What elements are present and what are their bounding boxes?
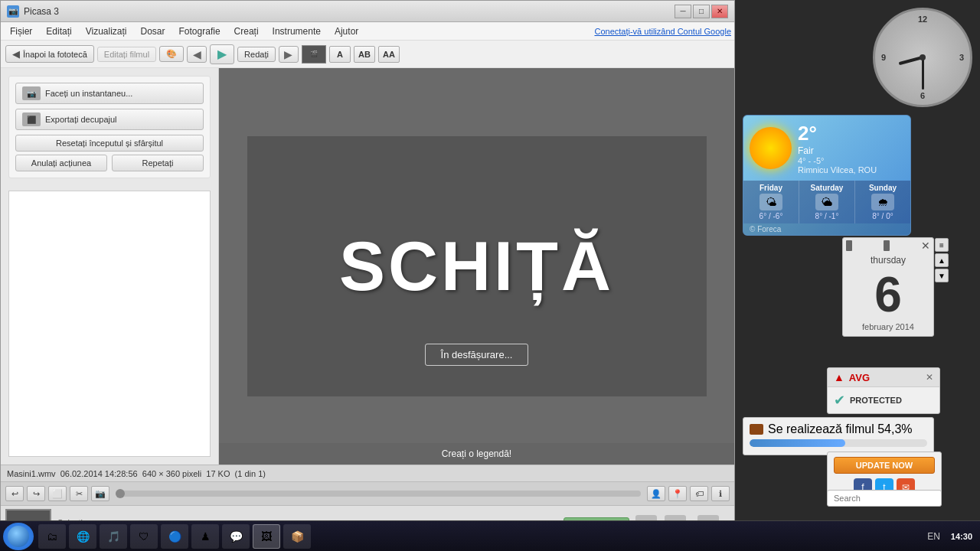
taskbar-games[interactable]: ♟ <box>191 524 219 549</box>
taskbar-media[interactable]: 🎵 <box>100 524 127 549</box>
weather-friday: Friday 🌤 6° / -6° <box>743 181 799 223</box>
progress-label: Se realizează filmul 54,3% <box>768 422 913 436</box>
tl-tag-icon[interactable]: 🏷 <box>690 486 708 501</box>
timeline-btn-1[interactable]: ↩ <box>5 486 24 501</box>
nav-prev-button[interactable]: ◀ <box>187 46 207 63</box>
maximize-button[interactable]: □ <box>693 5 710 18</box>
minute-hand <box>922 57 924 90</box>
timeline-btn-box[interactable]: ⬜ <box>48 486 67 501</box>
edit-film-button[interactable]: Editați filmul <box>97 47 156 62</box>
clock-face: 12 3 6 9 <box>873 8 972 107</box>
back-to-library-button[interactable]: ◀ Înapoi la fototecă <box>5 45 94 63</box>
avg-check-icon: ✔ <box>834 392 845 409</box>
calendar-date: 6 <box>843 267 933 322</box>
connect-google-link[interactable]: Conectați-vă utilizând Contul Google <box>594 27 731 36</box>
cal-btn-3[interactable]: ▼ <box>935 269 949 282</box>
menu-ajutor[interactable]: Ajutor <box>328 24 364 38</box>
menu-dosar[interactable]: Dosar <box>135 24 172 38</box>
menu-instrumente[interactable]: Instrumente <box>266 24 327 38</box>
taskbar-chrome[interactable]: 🔵 <box>161 524 188 549</box>
weather-temp: 2° <box>798 122 877 145</box>
text-btn-a[interactable]: A <box>329 46 351 63</box>
text-btn-aa[interactable]: AA <box>378 46 400 63</box>
taskbar-chat[interactable]: 💬 <box>222 524 250 549</box>
filter-icon: 🎨 <box>166 49 177 59</box>
weather-saturday: Saturday 🌥 8° / -1° <box>799 181 855 223</box>
weather-forecast: Friday 🌤 6° / -6° Saturday 🌥 8° / -1° Su… <box>743 181 910 223</box>
calendar-close-button[interactable]: ✕ <box>921 240 930 252</box>
weather-sunday: Sunday 🌧 8° / 0° <box>855 181 910 223</box>
cancel-button[interactable]: Anulați acțiunea <box>15 155 107 171</box>
snapshot-button[interactable]: 📷 Faceți un instantaneu... <box>15 83 204 104</box>
avg-search-box <box>827 490 942 507</box>
taskbar: 🗂 🌐 🎵 🛡 🔵 ♟ 💬 🖼 📦 EN 14:30 <box>0 520 980 551</box>
reset-button[interactable]: Resetați începutul și sfârșitul <box>15 135 204 152</box>
repeat-button[interactable]: Repetați <box>112 155 204 171</box>
play-label-btn[interactable]: Redați <box>237 47 276 62</box>
calendar-side-buttons: ≡ ▲ ▼ <box>935 238 949 282</box>
menu-creati[interactable]: Creați <box>228 24 265 38</box>
update-now-button[interactable]: UPDATE NOW <box>834 457 935 474</box>
progress-bar-fill <box>750 439 845 447</box>
minimize-button[interactable]: ─ <box>675 5 691 18</box>
video-title: SCHIȚĂ <box>339 232 614 301</box>
close-button[interactable]: ✕ <box>711 5 728 18</box>
menu-vizualizati[interactable]: Vizualizați <box>80 24 133 38</box>
status-date: 06.02.2014 14:28:56 <box>60 469 138 478</box>
main-content: 📷 Faceți un instantaneu... ⬛ Exportați d… <box>1 68 734 465</box>
taskbar-picasa[interactable]: 🖼 <box>253 524 280 549</box>
avg-logo-icon: ▲ <box>834 371 844 383</box>
taskbar-misc[interactable]: 📦 <box>283 524 311 549</box>
edit-film-label: Editați filmul <box>104 50 149 59</box>
legend-text: Creați o legendă! <box>442 448 511 459</box>
slider-handle <box>116 489 125 498</box>
text-btn-ab[interactable]: AB <box>354 46 375 63</box>
system-tray: EN <box>927 531 940 542</box>
menu-fisier[interactable]: Fișier <box>4 24 38 38</box>
avg-close-button[interactable]: ✕ <box>926 372 933 383</box>
status-bar: Masini1.wmv 06.02.2014 14:28:56 640 × 36… <box>1 465 734 481</box>
timeline-btn-crop[interactable]: ✂ <box>70 486 88 501</box>
sunday-icon: 🌧 <box>871 194 894 210</box>
toolbar: ◀ Înapoi la fototecă Editați filmul 🎨 ◀ … <box>1 41 734 68</box>
clock-taskbar: 14:30 <box>946 532 977 541</box>
timeline-slider[interactable] <box>116 491 641 497</box>
clock-num-9: 9 <box>881 53 886 62</box>
taskbar-explorer[interactable]: 🗂 <box>38 524 66 549</box>
tl-person-icon[interactable]: 👤 <box>647 486 665 501</box>
timeline-controls: ↩ ↪ ⬜ ✂ 📷 👤 📍 🏷 ℹ <box>1 482 734 506</box>
avg-search-input[interactable] <box>827 490 942 507</box>
weather-range: 4° - -5° <box>798 156 877 165</box>
tl-pin-icon[interactable]: 📍 <box>668 486 687 501</box>
cal-stripe-right <box>884 240 890 251</box>
preview-box <box>8 191 211 457</box>
taskbar-security[interactable]: 🛡 <box>130 524 158 549</box>
timeline-btn-2[interactable]: ↪ <box>27 486 45 501</box>
cal-btn-2[interactable]: ▲ <box>935 253 949 267</box>
back-icon: ◀ <box>12 48 20 60</box>
cal-btn-1[interactable]: ≡ <box>935 238 949 252</box>
filter-button[interactable]: 🎨 <box>159 46 184 62</box>
clock-center <box>920 54 926 60</box>
status-size: 640 × 360 pixeli <box>142 469 201 478</box>
play-label: Redați <box>244 50 269 59</box>
weather-widget: 2° Fair 4° - -5° Rimnicu Vilcea, ROU Fri… <box>743 115 911 236</box>
timeline-btn-cam[interactable]: 📷 <box>91 486 109 501</box>
in-progress-button[interactable]: În desfășurare... <box>425 344 529 366</box>
calendar-day-name: thursday <box>843 253 933 267</box>
film-thumbnail: 🎬 <box>302 45 326 64</box>
sun-icon <box>750 127 792 169</box>
tl-info-icon[interactable]: ℹ <box>711 486 730 501</box>
tray-lang[interactable]: EN <box>927 531 940 542</box>
status-count: (1 din 1) <box>235 469 266 478</box>
export-clip-button[interactable]: ⬛ Exportați decupajul <box>15 109 204 130</box>
play-button[interactable]: ▶ <box>210 44 234 64</box>
back-label: Înapoi la fototecă <box>23 50 87 59</box>
nav-next-button[interactable]: ▶ <box>279 46 299 63</box>
action-row: Anulați acțiunea Repetați <box>15 155 204 171</box>
taskbar-browser1[interactable]: 🌐 <box>69 524 96 549</box>
menu-editati[interactable]: Editați <box>40 24 77 38</box>
menu-fotografie[interactable]: Fotografie <box>173 24 227 38</box>
title-bar-text: Picasa 3 <box>24 6 675 17</box>
start-button[interactable] <box>3 523 34 550</box>
